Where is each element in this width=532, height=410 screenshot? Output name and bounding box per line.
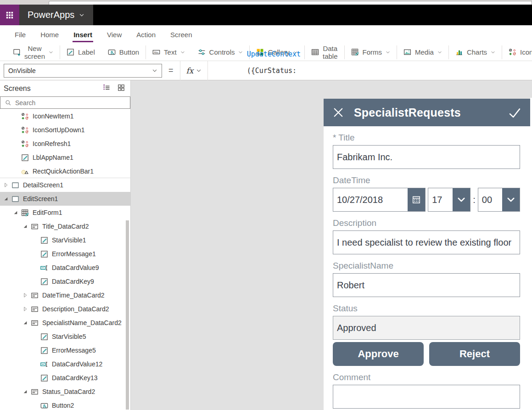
property-selector[interactable]: OnVisible bbox=[4, 64, 162, 78]
expander-icon[interactable] bbox=[32, 375, 38, 381]
menu-item[interactable]: Home bbox=[33, 25, 66, 44]
expander-icon[interactable] bbox=[12, 113, 19, 119]
field-specialist-name: SpecialistName bbox=[333, 261, 520, 297]
menu-item[interactable]: File bbox=[7, 25, 33, 44]
calendar-icon bbox=[412, 195, 421, 204]
fx-selector[interactable]: fx bbox=[180, 61, 208, 80]
pencil-box-icon bbox=[21, 154, 29, 162]
tree-item[interactable]: EditForm1 bbox=[0, 206, 130, 219]
title-input[interactable] bbox=[333, 145, 520, 169]
expander-icon[interactable] bbox=[22, 223, 28, 230]
tree-item[interactable]: RectQuickActionBar1 bbox=[0, 164, 130, 178]
expander-icon[interactable] bbox=[12, 209, 19, 216]
expander-icon[interactable] bbox=[12, 140, 19, 147]
menu-item[interactable]: Insert bbox=[66, 25, 100, 44]
tree-item[interactable]: Description_DataCard2 bbox=[0, 302, 130, 316]
toolbar-item[interactable]: Icons bbox=[502, 45, 532, 59]
tree-item[interactable]: StarVisible5 bbox=[0, 330, 130, 343]
design-canvas[interactable]: SpecialistRequests * Title DateTime 10/2… bbox=[131, 80, 532, 410]
action-buttons: Approve Reject bbox=[333, 342, 520, 366]
tree-view-button[interactable] bbox=[102, 83, 111, 94]
panel-scrollbar[interactable] bbox=[126, 220, 129, 410]
hour-dropdown-button[interactable] bbox=[453, 188, 470, 211]
comment-input[interactable] bbox=[333, 385, 520, 409]
tree-item[interactable]: Status_DataCard2 bbox=[0, 385, 130, 399]
toolbar-item[interactable]: New screen bbox=[6, 45, 60, 59]
expander-icon[interactable] bbox=[12, 168, 19, 174]
tree-item[interactable]: DataCardKey13 bbox=[0, 371, 130, 385]
tree-item[interactable]: ErrorMessage1 bbox=[0, 247, 130, 261]
expander-icon[interactable] bbox=[12, 127, 19, 133]
expander-icon[interactable] bbox=[3, 196, 9, 202]
minute-dropdown[interactable]: 00 bbox=[478, 188, 520, 212]
expander-icon[interactable] bbox=[22, 292, 28, 298]
datacard-icon bbox=[31, 319, 39, 327]
expander-icon[interactable] bbox=[32, 237, 38, 243]
tree-item[interactable]: IconNewItem1 bbox=[0, 109, 130, 123]
toolbar-item[interactable]: Label bbox=[60, 45, 101, 59]
expander-icon[interactable] bbox=[32, 264, 38, 271]
field-label-text: Title bbox=[338, 133, 354, 142]
toolbar-item[interactable]: Forms bbox=[344, 45, 397, 59]
chevron-down-icon bbox=[457, 195, 466, 204]
tree-item[interactable]: ErrorMessage5 bbox=[0, 343, 130, 357]
field-description: Description bbox=[333, 218, 520, 254]
calendar-button[interactable] bbox=[408, 188, 425, 211]
submit-button[interactable] bbox=[509, 107, 521, 119]
expander-icon[interactable] bbox=[22, 306, 28, 312]
expander-icon[interactable] bbox=[32, 278, 38, 285]
tree-item[interactable]: LblAppName1 bbox=[0, 151, 130, 164]
tree-item[interactable]: DetailScreen1 bbox=[0, 178, 130, 192]
formula-token: UpdateContext bbox=[247, 50, 301, 58]
expander-icon[interactable] bbox=[32, 361, 38, 367]
icon-set-icon bbox=[21, 126, 29, 134]
toolbar-item[interactable]: Charts bbox=[448, 45, 502, 59]
tree-item[interactable]: SpecialistName_DataCard2 bbox=[0, 316, 130, 330]
date-picker[interactable]: 10/27/2018 bbox=[333, 188, 426, 212]
toolbar-item[interactable]: Data table bbox=[304, 45, 344, 59]
tree-item[interactable]: IconSortUpDown1 bbox=[0, 123, 130, 137]
expander-icon[interactable] bbox=[3, 182, 9, 188]
tree-item[interactable]: DateTime_DataCard2 bbox=[0, 288, 130, 302]
menu-item[interactable]: Screen bbox=[163, 25, 200, 44]
datacard-icon bbox=[31, 388, 39, 396]
tree-item[interactable]: EditScreen1 bbox=[0, 192, 130, 206]
menu-item[interactable]: View bbox=[100, 25, 129, 44]
media-icon bbox=[403, 48, 411, 56]
tree-item[interactable]: Button2 bbox=[0, 399, 130, 410]
reject-button[interactable]: Reject bbox=[429, 342, 520, 366]
input-ibeam-icon bbox=[40, 360, 48, 368]
field-label-description: Description bbox=[333, 218, 520, 228]
datacard-icon bbox=[31, 305, 39, 313]
equals-sign: = bbox=[168, 66, 174, 75]
expander-icon[interactable] bbox=[22, 388, 28, 395]
approve-button[interactable]: Approve bbox=[333, 342, 424, 366]
cancel-button[interactable] bbox=[333, 107, 344, 118]
expander-icon[interactable] bbox=[32, 347, 38, 354]
expander-icon[interactable] bbox=[32, 402, 38, 409]
toolbar-item[interactable]: Abc Text bbox=[146, 45, 191, 59]
toolbar-item[interactable]: Button bbox=[101, 45, 146, 59]
toolbar-item[interactable]: Media bbox=[397, 45, 448, 59]
expander-icon[interactable] bbox=[12, 154, 19, 161]
expander-icon[interactable] bbox=[32, 333, 38, 340]
hour-dropdown[interactable]: 17 bbox=[428, 188, 470, 212]
tree-item[interactable]: StarVisible1 bbox=[0, 233, 130, 247]
browser-edge bbox=[0, 0, 532, 5]
expander-icon[interactable] bbox=[22, 320, 28, 326]
tree-item[interactable]: Title_DataCard2 bbox=[0, 219, 130, 233]
menu-item[interactable]: Action bbox=[129, 25, 163, 44]
search-input[interactable] bbox=[15, 99, 125, 107]
thumbnail-view-button[interactable] bbox=[117, 83, 126, 94]
tree-item[interactable]: DataCardValue12 bbox=[0, 357, 130, 371]
tree-item[interactable]: IconRefresh1 bbox=[0, 137, 130, 151]
specialist-name-input[interactable] bbox=[333, 273, 520, 297]
tree-item[interactable]: DataCardValue9 bbox=[0, 261, 130, 275]
description-input[interactable] bbox=[333, 230, 520, 254]
expander-icon[interactable] bbox=[32, 251, 38, 257]
minute-dropdown-button[interactable] bbox=[502, 188, 520, 211]
app-launcher-button[interactable] bbox=[0, 5, 19, 25]
tree-item[interactable]: DataCardKey9 bbox=[0, 275, 130, 288]
app-title-menu[interactable]: PowerApps bbox=[19, 5, 93, 25]
canvas-scrollbar[interactable] bbox=[530, 98, 532, 410]
